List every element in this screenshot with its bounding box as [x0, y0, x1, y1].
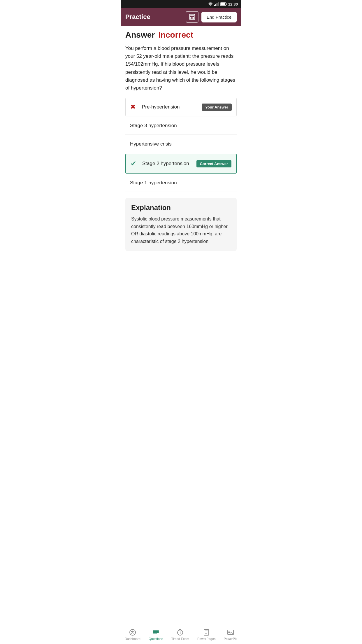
answer-option-3[interactable]: Hypertensive crisis [125, 135, 237, 153]
question-text: You perform a blood pressure measurement… [125, 44, 237, 92]
svg-rect-12 [190, 18, 191, 19]
explanation-title: Explanation [131, 204, 231, 212]
signal-icon [214, 2, 219, 6]
answer-label: Answer [125, 30, 155, 40]
explanation-text: Systolic blood pressure measurements tha… [131, 215, 231, 245]
answer-option-2[interactable]: Stage 3 hypertension [125, 117, 237, 135]
header-actions: End Practice [186, 11, 237, 23]
svg-rect-2 [217, 3, 217, 6]
incorrect-icon: ✖ [130, 103, 138, 111]
svg-rect-9 [190, 17, 191, 18]
explanation-box: Explanation Systolic blood pressure meas… [125, 198, 237, 251]
answer-header: Answer Incorrect [125, 30, 237, 40]
calculator-icon [189, 14, 195, 20]
option-text-1: Pre-hypertension [142, 104, 202, 110]
svg-rect-10 [191, 17, 192, 18]
answer-option-5[interactable]: Stage 1 hypertension [125, 174, 237, 192]
answer-option-1[interactable]: ✖ Pre-hypertension Your Answer [125, 98, 237, 116]
svg-rect-1 [215, 4, 216, 6]
status-bar: 12:30 [121, 0, 241, 8]
app-header: Practice End Practice [121, 8, 241, 26]
option-text-2: Stage 3 hypertension [130, 123, 232, 129]
svg-rect-8 [190, 15, 194, 16]
wifi-icon [208, 2, 213, 6]
option-text-5: Stage 1 hypertension [130, 180, 232, 186]
main-content: Answer Incorrect You perform a blood pre… [121, 26, 241, 274]
battery-icon [220, 2, 227, 6]
answer-option-4[interactable]: ✔ Stage 2 hypertension Correct Answer [125, 154, 237, 174]
svg-rect-0 [214, 5, 215, 6]
correct-icon: ✔ [131, 160, 139, 168]
calculator-button[interactable] [186, 11, 198, 23]
header-title: Practice [125, 13, 150, 21]
option-text-3: Hypertensive crisis [130, 141, 232, 147]
svg-rect-3 [218, 2, 219, 6]
your-answer-badge: Your Answer [202, 104, 232, 111]
status-time: 12:30 [228, 2, 238, 6]
correct-answer-badge: Correct Answer [196, 160, 231, 167]
svg-rect-13 [191, 18, 192, 19]
status-icons: 12:30 [208, 2, 238, 6]
svg-rect-14 [193, 18, 194, 19]
result-label: Incorrect [158, 30, 193, 40]
svg-rect-11 [193, 17, 194, 18]
svg-rect-6 [226, 4, 226, 5]
svg-rect-5 [221, 3, 225, 5]
option-text-4: Stage 2 hypertension [142, 161, 196, 167]
end-practice-button[interactable]: End Practice [201, 12, 237, 22]
answer-options-container: ✖ Pre-hypertension Your Answer Stage 3 h… [125, 98, 237, 192]
